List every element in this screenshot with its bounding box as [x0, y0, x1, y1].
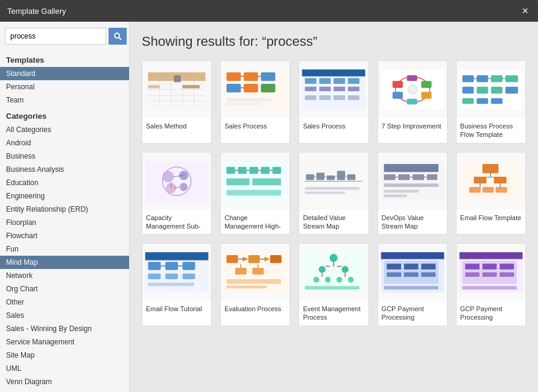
svg-rect-167: [421, 264, 435, 270]
search-input[interactable]: [5, 28, 106, 45]
template-card[interactable]: GCP Payment Processing: [456, 243, 526, 326]
template-thumbnail: [142, 153, 211, 210]
svg-rect-184: [499, 273, 514, 277]
svg-rect-130: [148, 274, 161, 280]
svg-rect-179: [499, 264, 514, 270]
sidebar-item-other[interactable]: Other: [0, 296, 129, 309]
sidebar-item-network[interactable]: Network: [0, 269, 129, 282]
svg-rect-38: [320, 95, 331, 100]
sidebar-item-sales[interactable]: Sales: [0, 309, 129, 322]
svg-rect-28: [302, 69, 366, 76]
template-name: Sales Method: [142, 118, 211, 136]
template-thumbnail: [457, 244, 525, 301]
svg-rect-75: [227, 166, 235, 173]
svg-rect-14: [148, 85, 160, 89]
search-area: [0, 22, 129, 51]
sidebar-item-personal[interactable]: Personal: [0, 80, 129, 93]
sidebar-item-uml[interactable]: UML: [0, 362, 129, 375]
search-icon: [113, 32, 122, 40]
svg-point-151: [319, 266, 326, 273]
svg-rect-92: [337, 171, 345, 180]
template-card[interactable]: Email Flow Template: [456, 152, 526, 235]
sidebar-item-service-management[interactable]: Service Management: [0, 335, 129, 349]
svg-rect-46: [421, 92, 431, 98]
svg-rect-61: [505, 87, 518, 93]
svg-rect-30: [320, 78, 331, 84]
svg-point-157: [314, 277, 320, 283]
template-name: Detailed Value Stream Map: [299, 210, 368, 235]
svg-rect-53: [491, 75, 502, 82]
template-card[interactable]: Email Flow Tutorial: [142, 243, 212, 326]
svg-rect-19: [227, 84, 241, 92]
sidebar: Templates Standard Personal Team Categor…: [0, 22, 130, 392]
svg-rect-101: [384, 164, 438, 172]
template-card[interactable]: Sales Method: [142, 60, 212, 144]
svg-rect-64: [491, 98, 502, 104]
sidebar-item-sales-winning[interactable]: Sales - Winning By Design: [0, 322, 129, 335]
template-card[interactable]: Capacity Management Sub-: [142, 152, 212, 235]
template-card[interactable]: Evaluation Process: [220, 243, 290, 326]
svg-rect-166: [404, 264, 418, 270]
sidebar-item-floorplan[interactable]: Floorplan: [0, 216, 129, 229]
svg-point-70: [180, 183, 188, 191]
svg-point-67: [162, 171, 174, 182]
sidebar-item-business-analysis[interactable]: Business Analysis: [0, 163, 129, 176]
svg-rect-45: [392, 92, 402, 98]
sidebar-item-team[interactable]: Team: [0, 93, 129, 107]
sidebar-item-orgchart[interactable]: Org Chart: [0, 282, 129, 296]
template-thumbnail: [221, 244, 290, 301]
template-card[interactable]: Change Management High-: [220, 152, 290, 235]
sidebar-item-standard[interactable]: Standard: [0, 67, 129, 80]
svg-point-158: [325, 277, 331, 283]
svg-rect-47: [407, 75, 417, 81]
sidebar-item-mindmap[interactable]: Mind Map: [0, 256, 129, 269]
svg-rect-79: [273, 166, 281, 173]
template-card[interactable]: 7 Step Improvement: [378, 60, 448, 144]
sidebar-item-wireframe[interactable]: Wireframe: [0, 388, 129, 392]
template-name: Change Management High-: [221, 210, 290, 235]
template-name: Evaluation Process: [221, 301, 290, 319]
sidebar-item-business[interactable]: Business: [0, 150, 129, 163]
sidebar-item-engineering[interactable]: Engineering: [0, 189, 129, 203]
svg-rect-84: [227, 178, 250, 185]
close-button[interactable]: ×: [519, 4, 531, 17]
template-card[interactable]: GCP Payment Processing: [378, 243, 448, 326]
svg-rect-51: [462, 75, 473, 82]
template-card[interactable]: Event Management Process: [299, 243, 369, 326]
svg-rect-34: [320, 87, 331, 92]
svg-rect-138: [248, 255, 260, 263]
modal-header: Template Gallery ×: [0, 0, 538, 22]
sidebar-item-sitemap[interactable]: Site Map: [0, 349, 129, 362]
svg-rect-36: [348, 87, 359, 92]
sidebar-item-venn[interactable]: Venn Diagram: [0, 375, 129, 388]
template-card[interactable]: Business Process Flow Template: [456, 60, 526, 144]
sidebar-item-all-categories[interactable]: All Categories: [0, 123, 129, 136]
categories-section-title: Categories: [0, 107, 129, 123]
template-thumbnail: [457, 153, 525, 210]
svg-rect-121: [496, 187, 507, 193]
template-card[interactable]: DevOps Value Stream Map: [378, 152, 448, 235]
template-thumbnail: [457, 61, 525, 118]
svg-rect-44: [421, 81, 431, 87]
sidebar-item-education[interactable]: Education: [0, 176, 129, 189]
template-name: GCP Payment Processing: [457, 301, 525, 326]
search-button[interactable]: [109, 28, 127, 45]
sidebar-item-flowchart[interactable]: Flowchart: [0, 229, 129, 242]
svg-rect-18: [261, 72, 276, 81]
template-thumbnail: [378, 61, 447, 118]
template-card[interactable]: Sales Process: [299, 60, 369, 144]
svg-rect-33: [305, 87, 317, 92]
svg-rect-29: [305, 78, 317, 84]
sidebar-item-android[interactable]: Android: [0, 136, 129, 150]
sidebar-item-fun[interactable]: Fun: [0, 242, 129, 256]
svg-rect-20: [244, 84, 258, 92]
template-card[interactable]: Sales Process: [220, 60, 290, 144]
svg-rect-163: [381, 252, 444, 259]
svg-rect-165: [387, 264, 401, 270]
template-card[interactable]: Detailed Value Stream Map: [299, 152, 369, 235]
template-gallery-modal: Template Gallery × Templates Standard Pe…: [0, 0, 538, 392]
sidebar-item-erd[interactable]: Entity Relationship (ERD): [0, 203, 129, 216]
svg-rect-120: [483, 187, 494, 193]
template-name: GCP Payment Processing: [378, 301, 447, 326]
svg-rect-39: [334, 95, 345, 100]
